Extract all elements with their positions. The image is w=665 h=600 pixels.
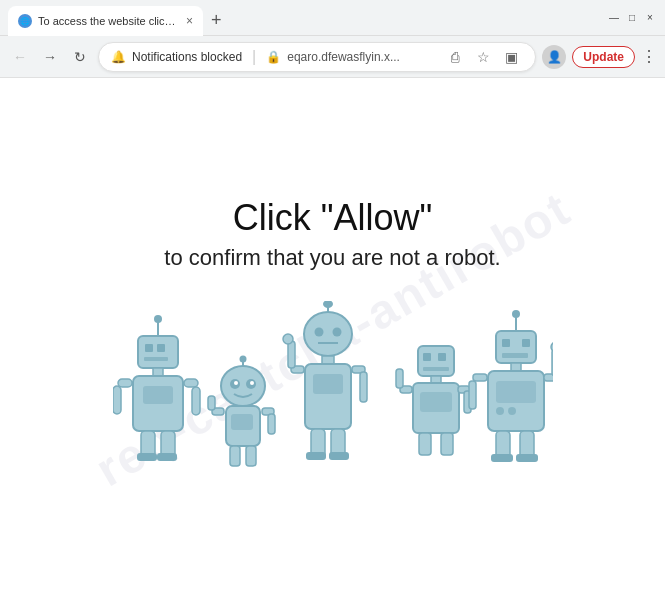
svg-rect-29 <box>268 414 275 434</box>
svg-rect-8 <box>143 386 173 404</box>
svg-rect-54 <box>431 376 441 383</box>
svg-rect-81 <box>491 454 513 462</box>
tab-title: To access the website click the "A... <box>38 15 178 27</box>
svg-point-35 <box>314 328 323 337</box>
svg-rect-4 <box>157 344 165 352</box>
svg-rect-49 <box>329 452 349 460</box>
separator: | <box>252 48 256 66</box>
svg-rect-48 <box>306 452 326 460</box>
svg-rect-40 <box>313 374 343 394</box>
svg-rect-61 <box>419 433 431 455</box>
svg-rect-51 <box>423 353 431 361</box>
close-button[interactable]: × <box>643 11 657 25</box>
svg-rect-42 <box>288 341 295 368</box>
profile-avatar[interactable]: 👤 <box>542 45 566 69</box>
svg-rect-58 <box>396 369 403 388</box>
maximize-button[interactable]: □ <box>625 11 639 25</box>
share-button[interactable]: ⎙ <box>443 45 467 69</box>
tab-mode-button[interactable]: ▣ <box>499 45 523 69</box>
svg-rect-77 <box>552 349 553 376</box>
svg-point-33 <box>323 301 333 308</box>
svg-point-1 <box>154 315 162 323</box>
svg-rect-27 <box>208 396 215 410</box>
sub-heading: to confirm that you are not a robot. <box>164 245 500 271</box>
svg-rect-53 <box>423 367 449 371</box>
page-content: req-captcha-antirobot Click "Allow" to c… <box>0 78 665 600</box>
active-tab[interactable]: 🌐 To access the website click the "A... … <box>8 6 203 36</box>
svg-rect-66 <box>502 339 510 347</box>
tab-bar: 🌐 To access the website click the "A... … <box>8 0 308 35</box>
svg-rect-50 <box>418 346 454 376</box>
svg-rect-67 <box>522 339 530 347</box>
svg-point-73 <box>508 407 516 415</box>
svg-rect-6 <box>153 368 163 376</box>
minimize-button[interactable]: — <box>607 11 621 25</box>
svg-rect-38 <box>322 356 334 364</box>
svg-rect-15 <box>137 453 157 461</box>
svg-rect-3 <box>145 344 153 352</box>
update-button[interactable]: Update <box>572 46 635 68</box>
svg-point-23 <box>250 381 254 385</box>
svg-rect-9 <box>118 379 132 387</box>
svg-rect-16 <box>157 453 177 461</box>
svg-point-36 <box>332 328 341 337</box>
robots-svg <box>113 301 553 481</box>
refresh-button[interactable]: ↻ <box>68 45 92 69</box>
window-controls: — □ × <box>607 11 657 25</box>
tab-close-button[interactable]: × <box>186 14 193 28</box>
svg-rect-25 <box>231 414 253 430</box>
svg-point-19 <box>221 366 265 406</box>
svg-rect-56 <box>420 392 452 412</box>
new-tab-button[interactable]: + <box>203 10 230 31</box>
svg-rect-30 <box>230 446 240 466</box>
lock-icon: 🔒 <box>266 50 281 64</box>
svg-rect-69 <box>511 363 521 371</box>
svg-point-72 <box>496 407 504 415</box>
address-field[interactable]: 🔔 Notifications blocked | 🔒 eqaro.dfewas… <box>98 42 536 72</box>
svg-rect-71 <box>496 381 536 403</box>
svg-point-22 <box>234 381 238 385</box>
svg-rect-12 <box>192 387 200 415</box>
address-actions: ⎙ ☆ ▣ <box>443 45 523 69</box>
svg-point-43 <box>283 334 293 344</box>
svg-rect-10 <box>113 386 121 414</box>
svg-rect-45 <box>360 372 367 402</box>
notifications-blocked-text: Notifications blocked <box>132 50 242 64</box>
titlebar: 🌐 To access the website click the "A... … <box>0 0 665 36</box>
svg-point-64 <box>512 310 520 318</box>
svg-point-34 <box>304 312 352 356</box>
robots-illustration <box>113 301 553 481</box>
svg-rect-68 <box>502 353 528 358</box>
more-menu-button[interactable]: ⋮ <box>641 47 657 66</box>
svg-rect-5 <box>144 357 168 361</box>
addressbar: ← → ↻ 🔔 Notifications blocked | 🔒 eqaro.… <box>0 36 665 78</box>
svg-rect-75 <box>469 381 476 409</box>
svg-rect-11 <box>184 379 198 387</box>
svg-rect-65 <box>496 331 536 363</box>
svg-rect-52 <box>438 353 446 361</box>
svg-rect-31 <box>246 446 256 466</box>
svg-rect-74 <box>473 374 487 381</box>
svg-rect-82 <box>516 454 538 462</box>
svg-point-18 <box>239 356 246 363</box>
svg-rect-62 <box>441 433 453 455</box>
tab-favicon: 🌐 <box>18 14 32 28</box>
bell-icon: 🔔 <box>111 50 126 64</box>
url-text: eqaro.dfewasflyin.x... <box>287 50 400 64</box>
svg-rect-39 <box>305 364 351 429</box>
main-heading: Click "Allow" <box>233 197 433 239</box>
svg-point-78 <box>551 342 553 352</box>
forward-button[interactable]: → <box>38 45 62 69</box>
bookmark-button[interactable]: ☆ <box>471 45 495 69</box>
back-button[interactable]: ← <box>8 45 32 69</box>
